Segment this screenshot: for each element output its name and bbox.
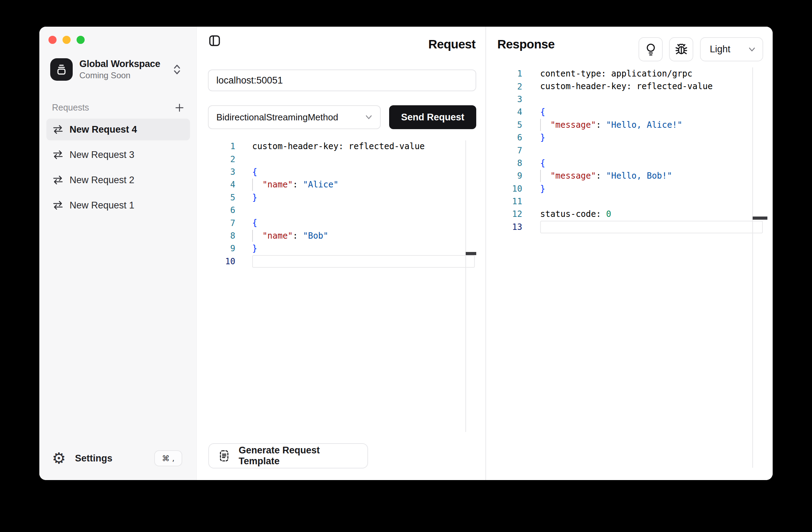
editor-line[interactable]: 13 [486,221,773,233]
theme-name: Light [710,44,748,55]
line-number: 9 [197,244,235,253]
template-icon [218,449,230,463]
editor-line[interactable]: 10 [197,255,485,268]
editor-line[interactable]: 7 [486,144,773,157]
editor-line[interactable]: 9 } [197,242,485,255]
gear-icon: ⚙ [52,451,66,466]
editor-line[interactable]: 3 { [197,166,485,178]
sidebar-item-request[interactable]: New Request 3 [46,144,190,166]
code-token: { [540,158,545,168]
line-number: 7 [197,218,235,228]
settings-label: Settings [75,453,154,464]
workspace-switcher[interactable]: Global Workspace Coming Soon [50,58,187,81]
editor-line[interactable]: 10 } [486,182,773,195]
line-code: } [252,242,257,255]
code-token: 0 [606,209,611,219]
line-number: 1 [197,141,235,151]
editor-line[interactable]: 4 { [486,106,773,118]
line-code [252,255,475,268]
line-code: content-type: application/grpc [540,67,692,80]
request-item-label: New Request 2 [70,175,135,186]
line-number: 5 [486,120,522,130]
bug-icon [674,42,688,56]
indent-guide-line [252,179,253,191]
code-token [252,231,262,241]
line-code [540,221,763,233]
hints-button[interactable] [639,37,663,61]
line-code: { [252,217,257,229]
line-code: } [252,191,257,204]
requests-header: Requests [52,102,184,113]
sidebar-item-request[interactable]: New Request 4 [46,119,190,140]
screen-background: Global Workspace Coming Soon Requests [0,0,812,532]
code-token: { [540,107,545,117]
editor-line[interactable]: 6 [197,204,485,217]
generate-template-label: Generate Request Template [239,445,358,467]
editor-line[interactable]: 7 { [197,217,485,229]
debug-button[interactable] [669,37,693,61]
add-request-button[interactable] [175,104,184,112]
line-code: } [540,131,545,144]
workspace-text: Global Workspace Coming Soon [79,59,173,80]
sidebar: Global Workspace Coming Soon Requests [39,27,197,480]
code-token: } [252,244,257,253]
line-number: 1 [486,69,522,79]
line-code: { [252,166,257,178]
settings-button[interactable]: ⚙ Settings ⌘ , [49,448,186,469]
code-token: "Hello, Alice!" [606,120,682,130]
request-title: Request [428,37,476,51]
editor-line[interactable]: 12 status-code: 0 [486,208,773,220]
line-number: 2 [197,154,235,164]
chevron-updown-icon [173,64,181,75]
cursor-position-marker [753,217,767,220]
line-number: 8 [486,158,522,168]
editor-line[interactable]: 8 { [486,157,773,169]
zoom-window-button[interactable] [77,36,85,44]
minimize-window-button[interactable] [63,36,71,44]
sidebar-item-request[interactable]: New Request 1 [46,194,190,216]
line-number: 11 [486,197,522,206]
editor-line[interactable]: 5 "message": "Hello, Alice!" [486,119,773,131]
code-token: : [293,180,303,189]
editor-line[interactable]: 8 "name": "Bob" [197,230,485,242]
editor-line[interactable]: 11 [486,195,773,208]
editor-line[interactable]: 1 content-type: application/grpc [486,67,773,80]
editor-line[interactable]: 9 "message": "Hello, Bob!" [486,169,773,182]
method-dropdown[interactable]: BidirectionalStreamingMethod [208,105,381,129]
editor-line[interactable]: 5 } [197,191,485,204]
request-panel: Request BidirectionalStreamingMethod Sen… [197,27,485,480]
editor-line[interactable]: 3 [486,93,773,106]
editor-overview-ruler [465,140,466,432]
send-request-button[interactable]: Send Request [389,105,476,129]
line-number: 10 [197,257,235,266]
generate-template-button[interactable]: Generate Request Template [208,443,368,468]
send-request-label: Send Request [401,112,464,123]
line-code: "message": "Hello, Bob!" [540,169,672,182]
bidirectional-arrows-icon [53,175,63,185]
code-token [540,171,550,181]
lightbulb-icon [645,43,657,56]
theme-dropdown[interactable]: Light [700,37,763,61]
editor-line[interactable]: 2 custom-header-key: reflected-value [486,80,773,93]
editor-line[interactable]: 2 [197,153,485,165]
request-item-label: New Request 4 [70,124,137,135]
app-window: Global Workspace Coming Soon Requests [39,27,773,480]
editor-line[interactable]: 1 custom-header-key: reflected-value [197,140,485,153]
response-editor[interactable]: 1 content-type: application/grpc 2 custo… [486,67,773,233]
line-number: 6 [197,205,235,215]
editor-line[interactable]: 4 "name": "Alice" [197,178,485,191]
code-token: custom-header-key: reflected-value [252,141,425,151]
editor-line[interactable]: 6 } [486,131,773,144]
request-editor[interactable]: 1 custom-header-key: reflected-value 2 3… [197,140,485,268]
sidebar-toggle-icon[interactable] [209,35,220,46]
server-url-input[interactable] [208,69,476,91]
line-code: "name": "Alice" [252,178,339,191]
line-number: 5 [197,193,235,202]
sidebar-item-request[interactable]: New Request 2 [46,169,190,191]
line-number: 6 [486,133,522,142]
code-token: { [252,218,257,228]
code-token: "message" [550,120,596,130]
line-code: "name": "Bob" [252,230,328,242]
close-window-button[interactable] [48,36,57,44]
code-token: custom-header-key: reflected-value [540,81,713,91]
